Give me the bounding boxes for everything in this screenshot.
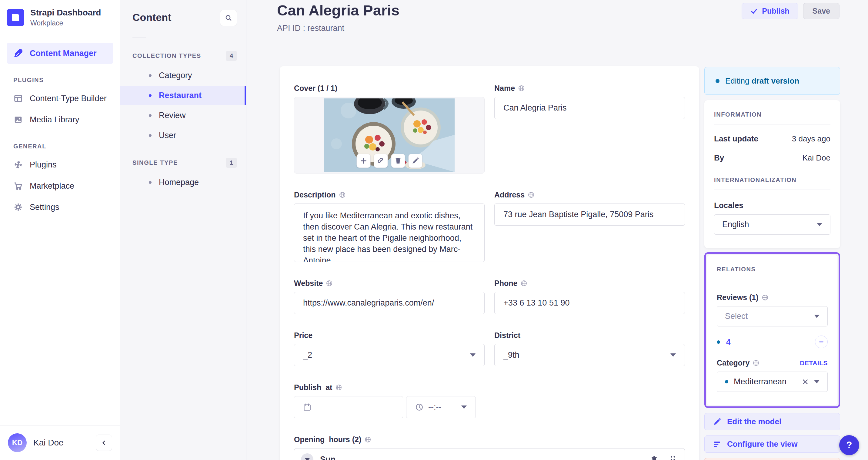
price-select[interactable]: _2 (294, 344, 485, 366)
configure-view-button[interactable]: Configure the view (704, 435, 840, 453)
check-icon (750, 7, 758, 15)
subnav-title: Content (132, 11, 171, 23)
sidebar-item-content-manager[interactable]: Content Manager (7, 43, 113, 64)
district-select[interactable]: _9th (494, 344, 685, 366)
locales-label: Locales (714, 201, 830, 210)
phone-input[interactable]: +33 6 13 10 51 90 (494, 292, 685, 314)
description-value: If you like Mediterranean and exotic dis… (303, 211, 472, 262)
subnav-item-homepage[interactable]: Homepage (120, 173, 246, 192)
relation-dot-icon (725, 380, 728, 383)
pencil-icon (411, 157, 419, 164)
reviews-select[interactable]: Select (717, 306, 828, 326)
sidebar-item-label: Plugins (30, 160, 57, 170)
collapse-sidebar-button[interactable] (96, 434, 112, 451)
sidebar-item-marketplace[interactable]: Marketplace (7, 175, 113, 197)
remove-relation-button[interactable] (815, 335, 828, 348)
trash-icon[interactable] (650, 456, 658, 460)
media-library-icon (13, 115, 23, 125)
edit-media-button[interactable] (408, 154, 422, 168)
website-field-label: Website (294, 279, 323, 288)
bullet-icon (149, 114, 152, 117)
price-field-label: Price (294, 331, 312, 340)
publish-at-date-input[interactable] (294, 396, 403, 418)
edit-form-card: Cover (1 / 1) (280, 66, 699, 460)
help-button[interactable]: ? (839, 435, 859, 455)
strapi-logo-icon (7, 9, 24, 26)
cover-field-label: Cover (1 / 1) (294, 84, 337, 93)
review-relation-link[interactable]: 4 (726, 337, 731, 347)
publish-button[interactable]: Publish (742, 3, 798, 19)
website-input[interactable]: https://www.canalegriaparis.com/en/ (294, 292, 485, 314)
sidebar-item-label: Content-Type Builder (30, 94, 107, 103)
add-media-button[interactable] (356, 154, 370, 168)
delete-media-button[interactable] (391, 154, 405, 168)
search-button[interactable] (220, 10, 237, 26)
locale-value: English (722, 220, 749, 229)
edit-model-button[interactable]: Edit the model (704, 413, 840, 430)
delete-entry-button[interactable] (704, 458, 840, 460)
address-input[interactable]: 73 rue Jean Baptiste Pigalle, 75009 Pari… (494, 203, 685, 226)
clear-icon[interactable] (801, 378, 809, 386)
globe-icon (762, 294, 769, 301)
subnav-item-category[interactable]: Category (120, 66, 246, 85)
relations-heading: RELATIONS (717, 266, 828, 273)
sidebar-item-label: Marketplace (30, 182, 74, 191)
plus-icon (360, 157, 367, 164)
name-value: Can Alegria Paris (503, 103, 567, 113)
bullet-icon (149, 181, 152, 184)
last-update-value: 3 days ago (792, 134, 830, 143)
bullet-icon (149, 134, 152, 137)
subnav-item-user[interactable]: User (120, 126, 246, 145)
opening-hours-component: Sun (294, 448, 685, 460)
cover-media-field[interactable] (294, 97, 485, 173)
save-button-label: Save (812, 7, 830, 15)
chevron-down-icon (461, 405, 467, 409)
last-update-label: Last update (714, 134, 758, 143)
opening-hours-row-sun: Sun (294, 449, 685, 460)
opening-hours-field-label: Opening_hours (2) (294, 435, 361, 444)
publish-at-time-input[interactable]: --:-- (406, 396, 476, 418)
globe-icon (364, 436, 371, 443)
workspace-brand[interactable]: Strapi Dashboard Workplace (0, 0, 120, 36)
subnav-item-review[interactable]: Review (120, 106, 246, 125)
subnav-item-label: Homepage (159, 178, 199, 187)
main-content: Can Alegria Paris API ID : restaurant Pu… (247, 0, 868, 460)
category-select[interactable]: Mediterranean (717, 371, 828, 392)
subnav-item-restaurant[interactable]: Restaurant (120, 86, 246, 105)
name-input[interactable]: Can Alegria Paris (494, 97, 685, 119)
link-icon (377, 157, 384, 164)
chevron-down-icon (470, 353, 475, 357)
website-value: https://www.canalegriaparis.com/en/ (303, 298, 434, 308)
minus-icon (818, 339, 824, 345)
accordion-toggle-button[interactable] (301, 453, 313, 460)
api-id-subtitle: API ID : restaurant (277, 24, 344, 33)
description-textarea[interactable]: If you like Mediterranean and exotic dis… (294, 203, 485, 262)
list-settings-icon (713, 440, 721, 448)
relation-dot-icon (717, 340, 720, 344)
configure-view-label: Configure the view (727, 439, 798, 449)
details-link[interactable]: DETAILS (800, 359, 828, 367)
divider (714, 124, 830, 125)
opening-hours-row-label: Sun (320, 455, 336, 460)
subnav-item-label: User (159, 131, 176, 140)
page-title: Can Alegria Paris (277, 2, 399, 19)
divider (714, 190, 830, 190)
user-avatar[interactable]: KD (8, 433, 27, 452)
locale-select[interactable]: English (714, 215, 830, 235)
save-button[interactable]: Save (803, 3, 839, 19)
relations-highlight-outline: RELATIONS Reviews (1) Select (704, 252, 840, 408)
edit-model-label: Edit the model (727, 417, 781, 426)
collection-types-heading: COLLECTION TYPES (132, 53, 201, 59)
drag-handle-icon[interactable] (670, 456, 676, 460)
chevron-down-icon (305, 458, 310, 460)
review-relation-item: 4 (717, 335, 828, 348)
copy-link-button[interactable] (374, 154, 388, 168)
sidebar-item-plugins[interactable]: Plugins (7, 154, 113, 175)
sidebar-item-settings[interactable]: Settings (7, 197, 113, 218)
status-text: Editing draft version (725, 76, 799, 86)
category-field-label: Category (717, 359, 749, 367)
sidebar-item-content-type-builder[interactable]: Content-Type Builder (7, 88, 113, 109)
internationalization-heading: INTERNATIONALIZATION (714, 176, 830, 184)
sidebar-item-media-library[interactable]: Media Library (7, 109, 113, 130)
by-label: By (714, 153, 724, 163)
